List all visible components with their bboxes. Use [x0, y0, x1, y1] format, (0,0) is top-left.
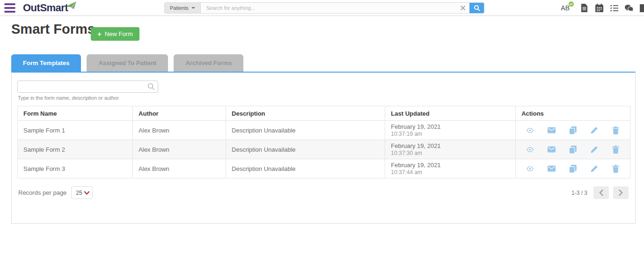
chevron-right-icon	[619, 190, 623, 196]
updated-date: February 19, 2021	[391, 123, 510, 131]
duplicate-icon[interactable]	[569, 146, 577, 154]
checklist-icon[interactable]	[610, 4, 618, 12]
user-menu[interactable]: AB	[561, 4, 570, 12]
global-search-bar: Patients	[164, 2, 484, 14]
table-row: Sample Form 3 Alex Brown Description Una…	[18, 159, 630, 178]
column-header-form-name: Form Name	[18, 106, 133, 121]
previous-page-button[interactable]	[593, 186, 609, 199]
row-actions	[521, 126, 624, 134]
duplicate-icon[interactable]	[569, 165, 577, 173]
search-icon	[147, 83, 155, 90]
delete-icon[interactable]	[612, 146, 620, 154]
cell-form-name: Sample Form 1	[18, 121, 133, 140]
tab-archived-forms[interactable]: Archived Forms	[174, 54, 243, 72]
cell-last-updated: February 19, 2021 10:37:30 am	[385, 140, 516, 159]
calendar-icon[interactable]	[595, 4, 603, 12]
search-icon	[474, 5, 480, 11]
plus-icon: +	[97, 30, 102, 37]
chevron-down-icon	[84, 191, 89, 195]
table-header-row: Form Name Author Description Last Update…	[18, 106, 630, 121]
form-filter-input[interactable]	[17, 81, 158, 93]
edit-icon[interactable]	[590, 146, 598, 154]
cell-author: Alex Brown	[133, 140, 226, 159]
email-icon[interactable]	[548, 165, 556, 173]
form-filter	[17, 81, 158, 93]
online-check-badge-icon	[569, 1, 574, 7]
column-header-author: Author	[133, 106, 226, 121]
delete-icon[interactable]	[612, 126, 620, 134]
updated-time: 10:37:44 am	[391, 169, 510, 176]
table-row: Sample Form 1 Alex Brown Description Una…	[18, 121, 630, 140]
delete-icon[interactable]	[612, 165, 620, 173]
clear-search-icon[interactable]	[456, 3, 469, 13]
cell-author: Alex Brown	[133, 159, 226, 178]
logo-text: OutSmart	[23, 1, 68, 15]
chevron-left-icon	[599, 190, 603, 196]
column-header-description: Description	[226, 106, 385, 121]
filter-hint: Type in the form name, description or au…	[18, 95, 635, 101]
email-icon[interactable]	[548, 126, 556, 134]
updated-time: 10:37:19 am	[391, 131, 510, 138]
preview-icon[interactable]	[526, 126, 534, 134]
search-scope-dropdown[interactable]: Patients	[165, 3, 201, 13]
chevron-down-icon	[191, 7, 195, 9]
table-footer: Records per page 25 1-3 / 3	[18, 186, 629, 199]
records-per-page-value: 25	[76, 190, 82, 196]
cell-form-name: Sample Form 2	[18, 140, 133, 159]
preview-icon[interactable]	[526, 165, 534, 173]
messages-icon[interactable]	[625, 4, 633, 12]
row-actions	[521, 146, 624, 154]
pagination-range: 1-3 / 3	[571, 190, 587, 196]
topbar: OutSmart Patients	[0, 0, 644, 16]
tab-bar: Form Templates Assigned To Patient Archi…	[11, 54, 243, 72]
column-header-actions: Actions	[516, 106, 630, 121]
new-form-button[interactable]: + New Form	[91, 27, 139, 41]
search-scope-label: Patients	[170, 5, 189, 11]
table-row: Sample Form 2 Alex Brown Description Una…	[18, 140, 630, 159]
form-templates-panel: Type in the form name, description or au…	[11, 72, 636, 224]
cell-description: Description Unavailable	[226, 121, 385, 140]
page-title: Smart Forms	[11, 22, 95, 37]
tab-form-templates[interactable]: Form Templates	[11, 54, 81, 72]
updated-date: February 19, 2021	[391, 142, 510, 150]
search-button[interactable]	[469, 3, 484, 13]
cell-author: Alex Brown	[133, 121, 226, 140]
note-icon[interactable]	[640, 4, 644, 12]
updated-date: February 19, 2021	[391, 162, 510, 169]
updated-time: 10:37:30 am	[391, 150, 510, 157]
topbar-actions: AB	[561, 0, 644, 16]
column-header-last-updated: Last Updated	[385, 106, 516, 121]
row-actions	[521, 165, 624, 173]
cell-description: Description Unavailable	[226, 140, 385, 159]
email-icon[interactable]	[548, 146, 556, 154]
menu-icon[interactable]	[4, 3, 15, 13]
forms-table: Form Name Author Description Last Update…	[17, 106, 630, 178]
app-logo[interactable]: OutSmart	[23, 1, 77, 15]
records-per-page-label: Records per page	[18, 189, 66, 196]
cell-description: Description Unavailable	[226, 159, 385, 178]
preview-icon[interactable]	[526, 146, 534, 154]
tab-assigned-to-patient[interactable]: Assigned To Patient	[87, 54, 168, 72]
cell-last-updated: February 19, 2021 10:37:19 am	[385, 121, 516, 140]
global-search-input[interactable]	[201, 3, 456, 13]
documents-icon[interactable]	[580, 4, 588, 12]
cell-form-name: Sample Form 3	[18, 159, 133, 178]
paper-plane-icon	[65, 1, 77, 9]
next-page-button[interactable]	[613, 186, 629, 199]
edit-icon[interactable]	[590, 126, 598, 134]
duplicate-icon[interactable]	[569, 126, 577, 134]
edit-icon[interactable]	[590, 165, 598, 173]
new-form-label: New Form	[105, 30, 133, 37]
cell-last-updated: February 19, 2021 10:37:44 am	[385, 159, 516, 178]
smart-forms-page: OutSmart Patients	[0, 0, 644, 258]
pagination-controls: 1-3 / 3	[571, 186, 629, 199]
records-per-page-select[interactable]: 25	[71, 186, 93, 199]
